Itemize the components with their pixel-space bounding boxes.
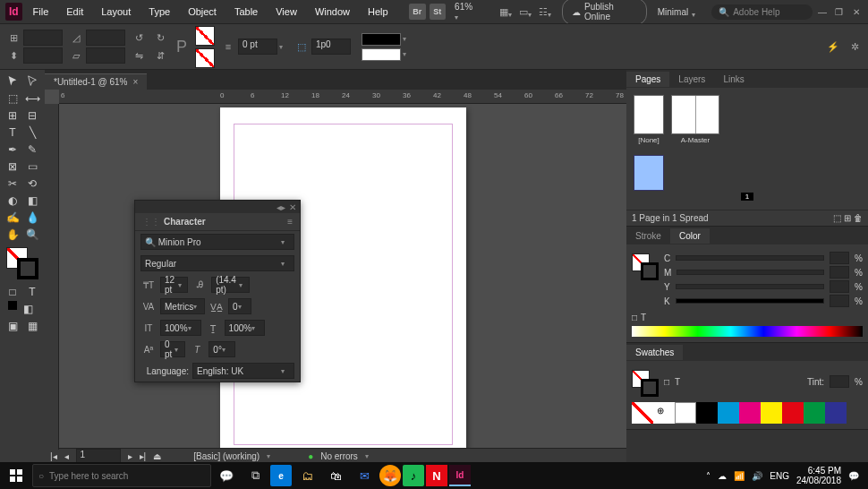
gradient-swatch-icon[interactable]: ◐ [4, 193, 21, 209]
pen-tool-icon[interactable]: ✒ [4, 142, 21, 158]
zoom-tool-icon[interactable]: 🔍 [23, 227, 41, 243]
bridge-badge[interactable]: Br [409, 4, 426, 20]
panel-menu-icon[interactable]: ≡ [287, 217, 293, 227]
menu-edit[interactable]: Edit [59, 3, 90, 21]
menu-type[interactable]: Type [141, 3, 177, 21]
action-center-icon[interactable]: 💬 [848, 471, 859, 481]
next-page-icon[interactable]: ▸ [128, 451, 132, 461]
new-page-icon[interactable]: ⊞ [844, 213, 851, 223]
store-icon[interactable]: 🛍 [322, 462, 349, 489]
formatting-container-icon[interactable]: □ [4, 284, 21, 300]
stroke-style-white[interactable] [362, 48, 401, 61]
tab-close-icon[interactable]: × [132, 77, 138, 87]
menu-object[interactable]: Object [181, 3, 224, 21]
swatch-blue[interactable] [825, 402, 847, 424]
menu-view[interactable]: View [268, 3, 304, 21]
edge-icon[interactable]: e [270, 465, 292, 486]
apply-gradient-icon[interactable]: ◧ [19, 301, 37, 317]
indesign-taskbar-icon[interactable]: Id [449, 465, 471, 486]
tab-color[interactable]: Color [670, 228, 710, 244]
tab-pages[interactable]: Pages [626, 72, 669, 87]
vscale-input[interactable]: 100%▾ [160, 320, 201, 336]
clock[interactable]: 6:45 PM 24/08/2018 [796, 466, 841, 485]
swatch-none[interactable] [632, 402, 653, 424]
errors-label[interactable]: No errors [320, 451, 358, 461]
hscale-input[interactable]: 100%▾ [225, 320, 266, 336]
leading-input[interactable]: (14.4 pt)▾ [211, 277, 250, 293]
restore-icon[interactable]: ❐ [832, 6, 846, 17]
prev-page-icon[interactable]: ◂ [64, 451, 69, 461]
firefox-icon[interactable]: 🦊 [379, 465, 401, 486]
shear-input[interactable] [86, 47, 125, 64]
panel-close-icon[interactable]: ✕ [289, 202, 296, 212]
swatch-green[interactable] [804, 402, 825, 424]
swatch-registration[interactable]: ⊕ [653, 402, 675, 424]
stroke-weight-dropdown[interactable]: ▾ [279, 43, 288, 51]
screen-mode-icon[interactable]: ▭ [519, 4, 535, 20]
fill-swatch[interactable] [195, 26, 215, 46]
document-tab[interactable]: *Untitled-1 @ 61% × [45, 73, 147, 90]
page-tool-icon[interactable]: ⬚ [4, 90, 21, 107]
swatch-black[interactable] [696, 402, 718, 424]
tray-chevron-icon[interactable]: ˄ [706, 471, 711, 481]
y-value[interactable] [830, 280, 849, 293]
panel-options-icon[interactable]: ✲ [847, 39, 863, 55]
content-placer-icon[interactable]: ⊟ [23, 107, 41, 124]
arrange-icon[interactable]: ▦ [499, 4, 515, 20]
rotation-input[interactable] [86, 30, 125, 46]
open-icon[interactable]: ⏏ [153, 451, 161, 461]
a-master-thumb[interactable] [671, 95, 719, 134]
x-input[interactable] [23, 30, 63, 46]
help-search[interactable]: 🔍 Adobe Help [711, 4, 812, 20]
onedrive-icon[interactable]: ☁ [718, 471, 727, 481]
container-format-icon[interactable]: □ [632, 313, 637, 322]
skew-input[interactable]: 0°▾ [208, 341, 235, 357]
first-page-icon[interactable]: |◂ [50, 451, 57, 461]
start-button[interactable] [2, 462, 30, 489]
m-slider[interactable] [677, 270, 824, 275]
font-family-input[interactable]: 🔍 Minion Pro▾ [140, 234, 294, 250]
taskbar-search[interactable]: ○ Type here to search [32, 464, 211, 487]
delete-page-icon[interactable]: 🗑 [854, 213, 863, 223]
close-icon[interactable]: ✕ [849, 6, 863, 17]
rectangle-frame-icon[interactable]: ⊠ [4, 159, 21, 175]
edit-page-icon[interactable]: ⬚ [833, 213, 841, 223]
y-slider[interactable] [676, 284, 824, 289]
swatch-paper[interactable] [675, 402, 696, 424]
eyedropper-tool-icon[interactable]: 💧 [23, 210, 41, 226]
hand-tool-icon[interactable]: ✋ [4, 227, 21, 243]
tint-value[interactable] [830, 375, 849, 388]
stroke-weight-input[interactable]: 0 pt [238, 39, 277, 55]
menu-help[interactable]: Help [361, 3, 396, 21]
rectangle-tool-icon[interactable]: ▭ [23, 159, 41, 175]
menu-table[interactable]: Table [227, 3, 265, 21]
content-grabber-icon[interactable]: P [174, 39, 190, 55]
gap-tool-icon[interactable]: ⟷ [23, 90, 41, 107]
normal-view-icon[interactable]: ▣ [4, 318, 21, 334]
rotate-cw-icon[interactable]: ↻ [152, 30, 168, 46]
menu-layout[interactable]: Layout [94, 3, 138, 21]
wifi-icon[interactable]: 📶 [734, 471, 745, 481]
line-tool-icon[interactable]: ╲ [23, 124, 41, 141]
swatch-text-icon[interactable]: T [675, 377, 680, 387]
k-value[interactable] [830, 295, 849, 307]
menu-file[interactable]: File [26, 3, 56, 21]
netflix-icon[interactable]: N [426, 465, 447, 486]
flash-icon[interactable]: ⚡ [825, 39, 841, 55]
panel-grip-icon[interactable]: ⋮⋮ [142, 217, 160, 227]
tab-links[interactable]: Links [714, 72, 753, 87]
ref-point-icon[interactable]: ⊞ [5, 30, 21, 46]
workspace-switcher[interactable]: Minimal [651, 5, 708, 19]
minimize-icon[interactable]: — [816, 6, 830, 17]
rotate-ccw-icon[interactable]: ↺ [131, 30, 147, 46]
menu-window[interactable]: Window [308, 3, 357, 21]
text-format-icon[interactable]: T [641, 313, 646, 322]
none-master-thumb[interactable] [634, 95, 664, 134]
stroke-style-black[interactable] [362, 33, 401, 46]
auto-fit-icon[interactable]: ⬚ [294, 39, 310, 55]
spectrum-picker[interactable] [632, 326, 863, 337]
transform-tool-icon[interactable]: ⟲ [23, 176, 41, 192]
formatting-text-icon[interactable]: T [23, 284, 41, 300]
language-indicator[interactable]: ENG [770, 471, 789, 481]
type-tool-icon[interactable]: T [4, 124, 21, 141]
